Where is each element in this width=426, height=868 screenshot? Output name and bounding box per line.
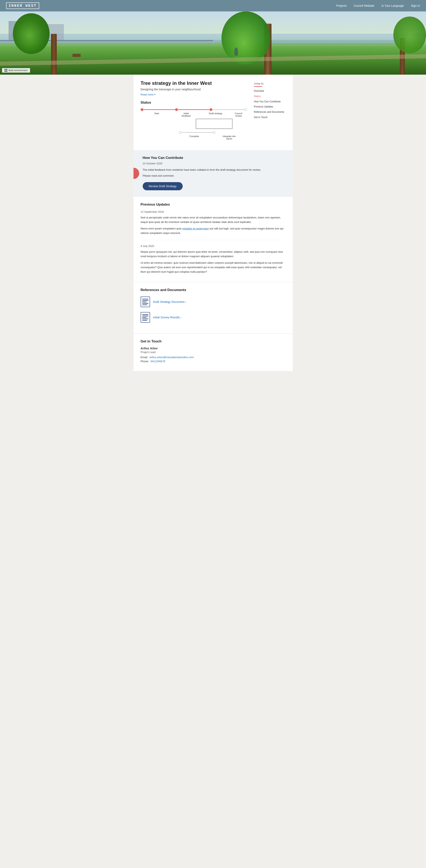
- status-section: Status: [141, 100, 247, 140]
- contact-email-label: Email:: [141, 356, 148, 359]
- contribute-text1: The initial feedback from residents have…: [143, 168, 286, 172]
- doc-icon-2: [141, 312, 150, 323]
- main-content: Tree strategy in the Inner West Designin…: [141, 80, 247, 146]
- page-subtitle: Designing the treescape in your neighbou…: [141, 88, 247, 91]
- contact-email[interactable]: arthur.arbor@macadamiastudios.com: [149, 356, 194, 359]
- nav-links: Projects Council Website In Your Languag…: [336, 4, 420, 7]
- hero-image: Built environment: [0, 11, 426, 75]
- contact-phone-label: Phone:: [141, 360, 149, 363]
- sidebar-link-contact[interactable]: Get in Touch: [254, 116, 286, 119]
- doc-link-2[interactable]: Initial Survey Results ›: [153, 316, 181, 319]
- update-2-para1: Neque porro quisquam est, qui dolorem ip…: [141, 250, 286, 258]
- contribute-text2: Please read and comment.: [143, 174, 286, 178]
- content-area: Tree strategy in the Inner West Designin…: [134, 75, 293, 150]
- nav-logo: INNER WEST: [6, 2, 39, 9]
- page-title: Tree strategy in the Inner West: [141, 80, 247, 86]
- doc-icon-1: [141, 297, 150, 307]
- nav-council-website[interactable]: Council Website: [354, 4, 374, 7]
- red-indicator: [134, 168, 139, 179]
- status-heading: Status: [141, 100, 247, 104]
- page-container: Tree strategy in the Inner West Designin…: [134, 75, 293, 371]
- jump-to-divider: [254, 86, 262, 87]
- doc-link-1[interactable]: Draft Strategy Document ›: [153, 300, 187, 304]
- contact-phone[interactable]: 0412345678: [150, 360, 165, 363]
- prev-updates-heading: Previous Updates: [141, 203, 286, 207]
- contact-role: Project Lead: [141, 350, 286, 354]
- update-1-para2: Nemo enim ipsam voluptatem quia voluptas…: [141, 226, 286, 235]
- doc-item-1: Draft Strategy Document ›: [141, 297, 286, 307]
- contact-section: Get in Touch Arthur Arbor Project Lead E…: [134, 333, 293, 371]
- sidebar-link-prev-updates[interactable]: Previous Updates: [254, 105, 286, 108]
- read-more-link[interactable]: Read more ▾: [141, 93, 155, 96]
- node-complete: [179, 131, 181, 134]
- update-2-para2: Ut enim ad minima veniam, quis nostrum e…: [141, 261, 286, 274]
- node-draft-strategy: [210, 108, 212, 111]
- references-heading: References and Documents: [141, 288, 286, 292]
- review-button[interactable]: Review Draft Strategy: [143, 182, 183, 190]
- svg-rect-1: [6, 69, 7, 70]
- svg-rect-3: [6, 70, 7, 72]
- sidebar-link-contribute[interactable]: How You Can Contribute: [254, 100, 286, 103]
- contact-name: Arthur Arbor: [141, 347, 286, 350]
- contribute-date: 10 October 2020: [143, 162, 286, 165]
- sidebar-link-overview[interactable]: Overview: [254, 89, 286, 93]
- contribute-section: How You Can Contribute 10 October 2020 T…: [134, 150, 293, 197]
- contribute-heading: How You Can Contribute: [143, 156, 286, 160]
- hero-label-text: Built environment: [8, 69, 28, 72]
- navbar: INNER WEST Projects Council Website In Y…: [0, 0, 426, 11]
- references-section: References and Documents Draft Strategy …: [134, 282, 293, 333]
- sidebar: Jump to: Overview Status How You Can Con…: [254, 80, 286, 146]
- previous-updates-section: Previous Updates 12 September 2020 Sed u…: [134, 197, 293, 282]
- doc-item-2: Initial Survey Results ›: [141, 312, 286, 323]
- update-2: 9 July 2020 Neque porro quisquam est, qu…: [141, 245, 286, 274]
- node-start: [141, 108, 143, 111]
- contact-email-row: Email: arthur.arbor@macadamiastudios.com: [141, 356, 286, 359]
- update-1: 12 September 2020 Sed ut perspiciatis un…: [141, 210, 286, 235]
- jump-to-label: Jump to:: [254, 82, 286, 85]
- nav-language[interactable]: In Your Language: [381, 4, 404, 7]
- contact-phone-row: Phone: 0412345678: [141, 360, 286, 363]
- node-integrate: [213, 131, 215, 134]
- update-1-date: 12 September 2020: [141, 210, 286, 213]
- node-council-review: [244, 108, 247, 111]
- nav-signin[interactable]: Sign In: [411, 4, 420, 7]
- update-1-link[interactable]: voluptas sit aspernatur: [182, 227, 209, 230]
- nav-projects[interactable]: Projects: [336, 4, 347, 7]
- svg-rect-2: [4, 70, 6, 72]
- update-2-date: 9 July 2020: [141, 245, 286, 248]
- timeline: Start Initialfeedback Draft strategy Cou…: [141, 108, 247, 140]
- update-1-para1: Sed ut perspiciatis unde omnis iste natu…: [141, 215, 286, 224]
- sidebar-link-references[interactable]: References and Documents: [254, 110, 286, 114]
- sidebar-link-status[interactable]: Status: [254, 95, 286, 98]
- contact-heading: Get in Touch: [141, 339, 286, 343]
- hero-label: Built environment: [2, 68, 30, 72]
- node-initial-feedback: [175, 108, 178, 111]
- svg-rect-0: [4, 69, 6, 70]
